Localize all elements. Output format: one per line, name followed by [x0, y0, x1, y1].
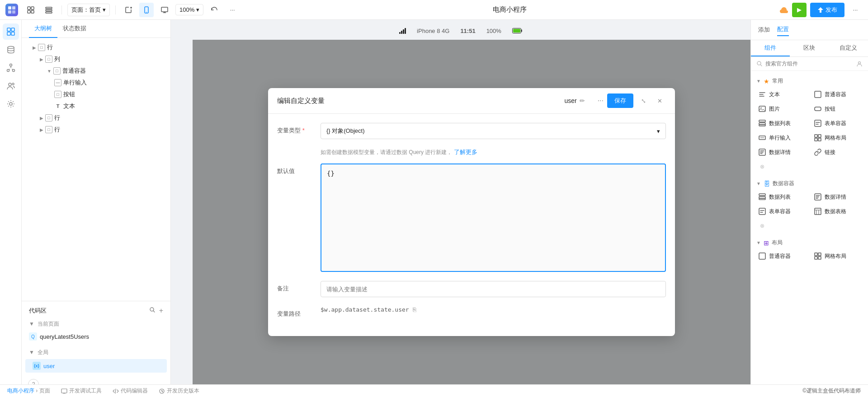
comp-text[interactable]: 文本 — [755, 88, 809, 101]
view-list-icon[interactable] — [42, 3, 56, 17]
new-page-icon[interactable] — [121, 3, 136, 17]
add-button[interactable]: 添加 — [758, 24, 770, 36]
comp-datalist2[interactable]: 数据列表 — [755, 190, 809, 204]
notes-input[interactable] — [321, 281, 666, 297]
add-code-icon[interactable]: + — [159, 307, 163, 315]
tree-item-input[interactable]: — 单行输入 — [22, 77, 170, 89]
search-input[interactable] — [765, 61, 854, 67]
tab-custom[interactable]: 自定义 — [829, 40, 868, 56]
phone-icon[interactable] — [139, 3, 154, 17]
tab-outline[interactable]: 大纲树 — [29, 20, 57, 38]
comp-detail[interactable]: 数据详情 — [755, 145, 809, 159]
comp-form2[interactable]: 表单容器 — [755, 205, 809, 218]
svg-point-24 — [9, 103, 12, 105]
tree-item-col[interactable]: ▶ □ 列 — [22, 53, 170, 65]
notes-label: 备注 — [277, 281, 313, 293]
tab-components[interactable]: 组件 — [751, 40, 790, 56]
desktop-icon[interactable] — [157, 3, 172, 17]
grid-comp-icon — [814, 134, 822, 142]
comp-detail2[interactable]: 数据详情 — [810, 190, 865, 204]
tree-item-row1[interactable]: ▶ □ 行 — [22, 42, 170, 53]
search-code-icon[interactable] — [149, 307, 156, 315]
default-value-editor[interactable]: {} — [321, 163, 666, 272]
history-button[interactable]: 开发历史版本 — [159, 387, 199, 395]
copy-path-icon[interactable]: ⎘ — [413, 306, 416, 313]
svg-point-19 — [9, 64, 12, 66]
toolbar-right: ▶ 发布 ··· — [792, 3, 863, 17]
sidebar-settings-icon[interactable] — [3, 96, 19, 112]
comp-grid2[interactable]: 网格布局 — [810, 249, 865, 263]
sidebar-users-icon[interactable] — [3, 78, 19, 94]
svg-rect-9 — [46, 9, 52, 11]
tree-item-row3[interactable]: ▶ □ 行 — [22, 124, 170, 135]
comp-grid[interactable]: 网格布局 — [810, 131, 865, 145]
code-area-header: 代码区 + — [22, 305, 170, 317]
device-bar: iPhone 8 4G 11:51 100% — [171, 20, 750, 42]
editor-header: 编辑自定义变量 user ✏ ··· 保存 ⤡ ✕ — [268, 88, 675, 114]
layout-section-icon: ⊞ — [764, 239, 769, 247]
type-content: {} 对象(Object) ▾ — [321, 123, 666, 139]
sidebar-flow-icon[interactable] — [3, 60, 19, 76]
tab-blocks[interactable]: 区块 — [790, 40, 829, 56]
hint-link[interactable]: 了解更多 — [454, 149, 477, 155]
comp-container[interactable]: 普通容器 — [810, 88, 865, 101]
publish-button[interactable]: 发布 — [810, 3, 844, 17]
comp-link[interactable]: 链接 — [810, 145, 865, 159]
close-icon[interactable]: ✕ — [653, 94, 666, 107]
comp-container2[interactable]: 普通容器 — [755, 249, 809, 263]
save-button[interactable]: 保存 — [607, 93, 633, 108]
comp-image[interactable]: 图片 — [755, 102, 809, 116]
config-button[interactable]: 配置 — [777, 23, 789, 36]
page-selector[interactable]: 页面：首页 ▾ — [67, 4, 110, 16]
more-icon[interactable]: ··· — [225, 3, 240, 17]
view-grid-icon[interactable] — [24, 3, 38, 17]
signal-indicator — [399, 28, 406, 34]
type-select[interactable]: {} 对象(Object) ▾ — [321, 123, 666, 139]
tree-item-container[interactable]: ▼ □ 普通容器 — [22, 65, 170, 77]
tree-icon-box: □ — [54, 91, 61, 98]
section-data-header[interactable]: ▼ 🗄 数据容器 — [751, 177, 868, 190]
svg-rect-44 — [759, 194, 765, 196]
dev-tools-button[interactable]: 开发调试工具 — [61, 387, 102, 395]
edit-name-icon[interactable]: ✏ — [580, 97, 585, 104]
query-item[interactable]: Q queryLatest5Users — [22, 330, 170, 343]
code-editor-button[interactable]: 代码编辑器 — [113, 387, 148, 395]
editor-body: 变量类型 * {} 对象(Object) ▾ 如需创建数据模型变量，请通过数据 — [268, 114, 675, 336]
run-button[interactable]: ▶ — [792, 3, 807, 17]
tree-icon-box: □ — [38, 44, 45, 51]
tree-item-button[interactable]: □ 按钮 ⚡ — [22, 89, 170, 100]
editor-more-icon[interactable]: ··· — [598, 97, 604, 105]
sidebar-pages-icon[interactable] — [3, 23, 19, 40]
tree-item-text[interactable]: T 文本 — [22, 100, 170, 112]
svg-rect-8 — [46, 7, 52, 9]
tree-item-row2[interactable]: ▶ □ 行 — [22, 112, 170, 124]
section-layout-header[interactable]: ▼ ⊞ 布局 — [751, 236, 868, 249]
tree-arrow: ▶ — [40, 116, 43, 121]
tab-state-data[interactable]: 状态数据 — [57, 20, 92, 38]
svg-rect-30 — [815, 91, 821, 98]
var-user-item[interactable]: {x} user — [25, 359, 167, 373]
refresh-icon[interactable] — [207, 3, 222, 17]
minimize-icon[interactable]: ⤡ — [637, 94, 650, 107]
svg-rect-5 — [31, 7, 34, 9]
editor-var-name: user ✏ — [564, 97, 585, 104]
tree-icon-box: □ — [45, 56, 52, 63]
section-common-header[interactable]: ▼ ★ 常用 — [751, 75, 868, 88]
svg-rect-10 — [46, 12, 52, 13]
comp-input[interactable]: 单行输入 — [755, 131, 809, 145]
zoom-selector[interactable]: 100% ▾ — [175, 4, 203, 15]
comp-datalist[interactable]: 数据列表 — [755, 117, 809, 130]
svg-rect-4 — [28, 7, 30, 9]
svg-rect-39 — [815, 135, 817, 137]
search-icon — [756, 61, 763, 67]
default-row: 默认值 {} — [277, 163, 666, 272]
battery-icon — [512, 28, 522, 33]
comp-form[interactable]: 表单容器 — [810, 117, 865, 130]
comp-table[interactable]: 数据表格 — [810, 205, 865, 218]
data-container-grid: 数据列表 数据详情 表单容器 — [751, 190, 868, 233]
sidebar-data-icon[interactable] — [3, 42, 19, 58]
comp-button[interactable]: 按钮 — [810, 102, 865, 116]
toolbar-more-icon[interactable]: ··· — [848, 3, 863, 17]
svg-rect-42 — [818, 138, 821, 141]
right-panel-top: 添加 配置 — [751, 20, 868, 40]
